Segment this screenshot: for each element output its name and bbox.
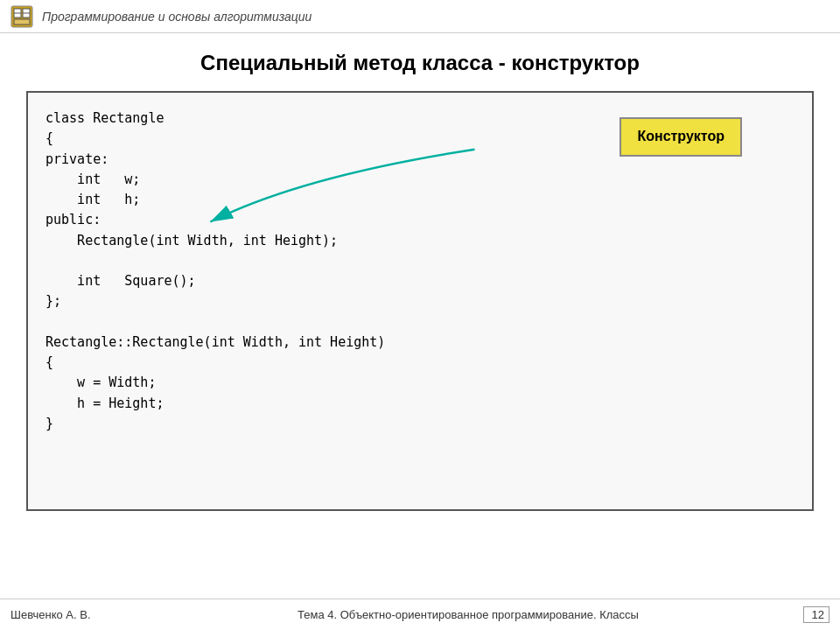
slide-title: Специальный метод класса - конструктор — [26, 51, 814, 75]
footer-page: 12 — [803, 606, 830, 623]
header-title: Программирование и основы алгоритмизации — [42, 10, 312, 24]
footer-author: Шевченко А. В. — [10, 608, 133, 621]
footer: Шевченко А. В. Тема 4. Объектно-ориентир… — [0, 598, 840, 630]
constructor-label: Конструктор — [620, 117, 742, 157]
code-content: class Rectangle { private: int w; int h;… — [46, 108, 794, 434]
header-icon — [10, 5, 33, 28]
svg-rect-3 — [14, 19, 30, 24]
code-box: Конструктор class Rectangle { private: i… — [26, 91, 814, 511]
main-content: Специальный метод класса - конструктор К… — [0, 33, 840, 598]
header: Программирование и основы алгоритмизации — [0, 0, 840, 33]
footer-topic: Тема 4. Объектно-ориентированное програм… — [133, 608, 803, 621]
